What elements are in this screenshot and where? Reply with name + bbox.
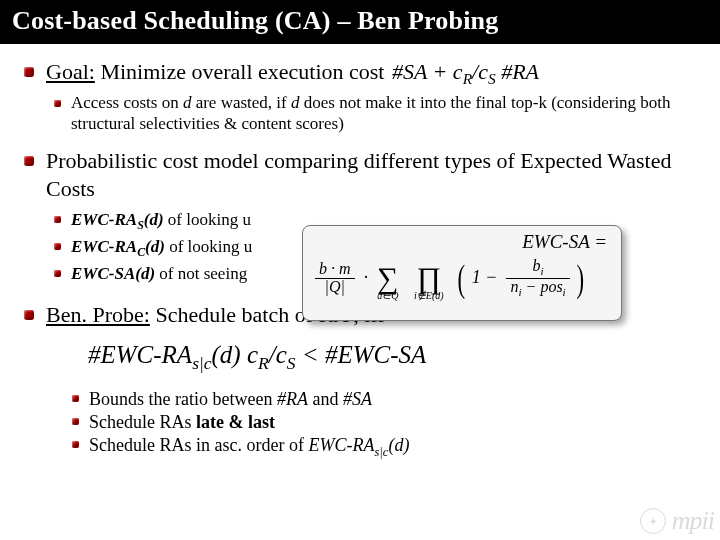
mpii-logo: mpii (672, 506, 714, 536)
slide-title: Cost-based Scheduling (CA) – Ben Probing (0, 0, 720, 44)
bullet-icon (24, 156, 34, 166)
bullet-cost-model: Probabilistic cost model comparing diffe… (24, 147, 702, 203)
bullet-icon (72, 395, 79, 402)
seal-icon: ✦ (640, 508, 666, 534)
inequality-formula: #EWC-RAs|c(d) cR/cS < #EWC-SA (82, 339, 432, 376)
ewc-sa-formula-box: EWC-SA = b · m |Q| · ∑ d∈Q ∏ i∉E(d) ( 1 … (302, 225, 622, 321)
bullet-icon (54, 100, 61, 107)
bullet-icon (72, 441, 79, 448)
bullet-icon (24, 67, 34, 77)
bullet-icon (54, 216, 61, 223)
bullet-goal: Goal: Minimize overall execution cost #S… (24, 58, 702, 89)
schedule-late-last: Schedule RAs late & last (72, 411, 702, 434)
goal-label: Goal: (46, 59, 95, 84)
bullet-icon (54, 243, 61, 250)
bullet-icon (72, 418, 79, 425)
footer-logo: ✦ mpii (640, 506, 714, 536)
bullet-icon (54, 270, 61, 277)
bounds-ratio: Bounds the ratio between #RA and #SA (72, 388, 702, 411)
sigma-icon: ∑ d∈Q (377, 266, 398, 290)
schedule-asc-order: Schedule RAs in asc. order of EWC-RAs|c(… (72, 434, 702, 460)
ewc-sa-lhs: EWC-SA = (315, 232, 611, 252)
product-icon: ∏ i∉E(d) (416, 266, 441, 290)
bullet-icon (24, 310, 34, 320)
cost-formula: #SA + cR/cS #RA (390, 59, 541, 84)
goal-subpoint: Access costs on d are wasted, if d does … (54, 93, 702, 134)
